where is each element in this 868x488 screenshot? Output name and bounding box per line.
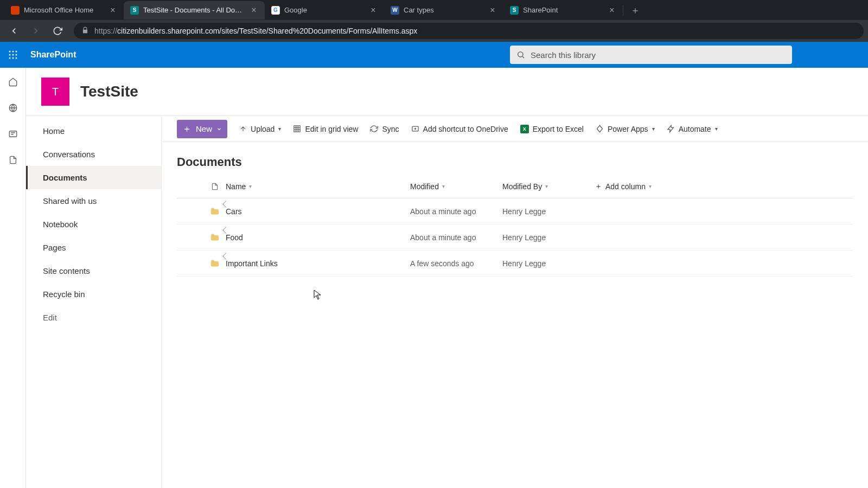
svg-rect-12 — [294, 126, 300, 132]
edit-grid-button[interactable]: Edit in grid view — [293, 125, 358, 133]
item-name[interactable]: Food — [226, 233, 243, 242]
files-icon[interactable] — [8, 155, 18, 165]
grid-icon — [293, 125, 301, 133]
lock-icon — [81, 27, 89, 36]
tab-title: Car types — [404, 6, 484, 14]
left-nav: Home Conversations Documents Shared with… — [26, 116, 162, 488]
browser-tab-word[interactable]: W Car types × — [384, 1, 503, 20]
svg-point-6 — [9, 57, 11, 59]
item-modified: A few seconds ago — [410, 259, 502, 268]
sharepoint-brand[interactable]: SharePoint — [26, 50, 80, 60]
list-item[interactable]: Cars About a minute ago Henry Legge — [177, 198, 853, 224]
close-icon[interactable]: × — [608, 6, 616, 15]
browser-tab-sharepoint-site[interactable]: S TestSite - Documents - All Docum × — [124, 1, 265, 20]
svg-point-3 — [9, 54, 11, 56]
new-tab-button[interactable]: ＋ — [628, 3, 643, 18]
favicon-sharepoint-icon: S — [130, 6, 139, 15]
url-text: https://citizenbuilders.sharepoint.com/s… — [94, 27, 417, 35]
plus-icon: ＋ — [595, 182, 602, 191]
nav-conversations[interactable]: Conversations — [26, 143, 161, 166]
nav-documents[interactable]: Documents — [26, 166, 161, 189]
address-bar[interactable]: https://citizenbuilders.sharepoint.com/s… — [74, 23, 864, 39]
chevron-down-icon: ▾ — [278, 126, 281, 132]
new-button[interactable]: ＋ New — [177, 120, 227, 138]
svg-point-2 — [16, 51, 17, 53]
chevron-down-icon: ▾ — [249, 183, 252, 189]
folder-icon — [210, 207, 220, 216]
news-icon[interactable] — [8, 129, 18, 139]
item-modified-by[interactable]: Henry Legge — [502, 207, 595, 216]
type-column-header[interactable] — [204, 182, 226, 191]
nav-recycle-bin[interactable]: Recycle bin — [26, 282, 161, 306]
nav-home[interactable]: Home — [26, 119, 161, 143]
export-excel-button[interactable]: X Export to Excel — [520, 125, 584, 133]
add-column-button[interactable]: ＋Add column▾ — [595, 182, 681, 191]
powerapps-icon — [596, 125, 604, 133]
list-item[interactable]: Food About a minute ago Henry Legge — [177, 224, 853, 251]
add-shortcut-button[interactable]: Add shortcut to OneDrive — [411, 125, 508, 133]
home-icon[interactable] — [8, 76, 18, 87]
svg-point-7 — [12, 57, 14, 59]
modified-by-column-header[interactable]: Modified By▾ — [502, 182, 595, 191]
nav-edit[interactable]: Edit — [26, 306, 161, 329]
tab-title: TestSite - Documents - All Docum — [143, 6, 245, 14]
favicon-word-icon: W — [391, 6, 399, 15]
library-title: Documents — [162, 142, 868, 175]
automate-icon — [667, 125, 675, 133]
chevron-down-icon: ▾ — [652, 126, 655, 132]
close-icon[interactable]: × — [369, 6, 378, 15]
close-icon[interactable]: × — [488, 6, 497, 15]
column-header-row: Name▾ Modified▾ Modified By▾ ＋Add column… — [177, 175, 853, 198]
automate-button[interactable]: Automate ▾ — [667, 125, 718, 133]
site-header: T TestSite — [26, 68, 868, 115]
browser-tab-sharepoint[interactable]: S SharePoint × — [503, 1, 623, 20]
file-icon — [211, 182, 219, 191]
app-launcher-button[interactable] — [0, 42, 26, 68]
browser-tab-office[interactable]: Microsoft Office Home × — [4, 1, 124, 20]
close-icon[interactable]: × — [250, 6, 258, 15]
nav-pages[interactable]: Pages — [26, 236, 161, 259]
favicon-office-icon — [11, 6, 20, 15]
reload-button[interactable] — [48, 21, 67, 41]
power-apps-button[interactable]: Power Apps ▾ — [596, 125, 655, 133]
search-placeholder: Search this library — [531, 50, 596, 60]
svg-point-5 — [16, 54, 17, 56]
favicon-sharepoint-icon: S — [510, 6, 519, 15]
forward-button[interactable] — [26, 21, 46, 41]
upload-button[interactable]: Upload ▾ — [239, 125, 281, 133]
folder-icon — [210, 259, 220, 268]
chevron-down-icon: ▾ — [649, 183, 652, 189]
chevron-down-icon: ▾ — [442, 183, 445, 189]
item-name[interactable]: Cars — [226, 207, 242, 216]
modified-column-header[interactable]: Modified▾ — [410, 182, 502, 191]
chevron-down-icon: ▾ — [715, 126, 718, 132]
search-icon — [516, 50, 525, 59]
item-modified: About a minute ago — [410, 233, 502, 242]
command-bar: ＋ New Upload ▾ Edit in grid view — [162, 116, 868, 142]
tab-title: Microsoft Office Home — [24, 6, 104, 14]
chevron-down-icon — [216, 126, 222, 132]
sync-button[interactable]: Sync — [370, 125, 399, 133]
nav-notebook[interactable]: Notebook — [26, 213, 161, 236]
close-icon[interactable]: × — [108, 6, 117, 15]
new-label: New — [196, 124, 212, 133]
favicon-google-icon: G — [271, 6, 280, 15]
nav-site-contents[interactable]: Site contents — [26, 259, 161, 282]
globe-icon[interactable] — [8, 102, 18, 113]
svg-point-9 — [518, 52, 523, 57]
document-list: Name▾ Modified▾ Modified By▾ ＋Add column… — [162, 175, 868, 277]
site-logo[interactable]: T — [41, 78, 69, 106]
name-column-header[interactable]: Name▾ — [226, 182, 410, 191]
item-modified-by[interactable]: Henry Legge — [502, 259, 595, 268]
item-modified-by[interactable]: Henry Legge — [502, 233, 595, 242]
list-item[interactable]: Important Links A few seconds ago Henry … — [177, 251, 853, 277]
svg-point-4 — [12, 54, 14, 56]
site-title[interactable]: TestSite — [80, 83, 138, 100]
back-button[interactable] — [4, 21, 24, 41]
tab-strip: Microsoft Office Home × S TestSite - Doc… — [0, 0, 868, 20]
browser-tab-google[interactable]: G Google × — [265, 1, 384, 20]
svg-point-8 — [16, 57, 17, 59]
nav-shared[interactable]: Shared with us — [26, 189, 161, 213]
item-name[interactable]: Important Links — [226, 259, 278, 268]
search-input[interactable]: Search this library — [510, 46, 792, 64]
